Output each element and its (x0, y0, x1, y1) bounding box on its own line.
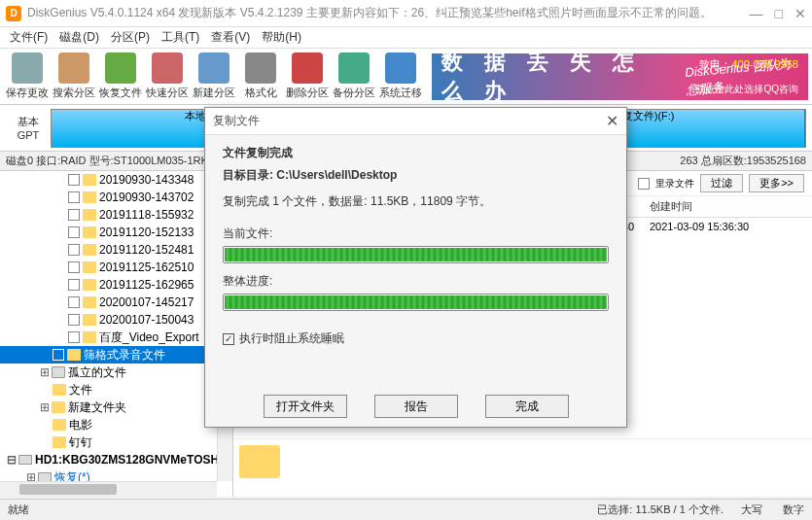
expand-icon[interactable]: ⊞ (39, 365, 50, 379)
app-icon: D (6, 6, 21, 21)
toolbar: 保存更改 搜索分区 恢复文件 快速分区 新建分区 格式化 删除分区 备份分区 系… (0, 49, 812, 105)
folder-icon (83, 331, 96, 343)
tree-folder[interactable]: 20190930-143348 (0, 171, 232, 189)
menubar: 文件(F) 磁盘(D) 分区(P) 工具(T) 查看(V) 帮助(H) (0, 27, 812, 49)
search-icon (58, 52, 89, 84)
tbtn-delete-partition[interactable]: 删除分区 (284, 52, 331, 100)
menu-tools[interactable]: 工具(T) (156, 27, 205, 48)
checkbox[interactable] (68, 244, 80, 256)
tree-folder-selected[interactable]: 筛格式录音文件 (0, 346, 232, 364)
tree-item[interactable]: ⊞新建文件夹 (0, 399, 232, 416)
close-button[interactable]: ✕ (794, 6, 806, 21)
checkbox[interactable] (68, 226, 80, 238)
prevent-sleep-checkbox[interactable]: ✓ (223, 333, 234, 345)
status-selected: 已选择: 11.5KB / 1 个文件. (597, 503, 724, 517)
collapse-icon[interactable]: ⊟ (6, 453, 17, 467)
preview-area (233, 438, 812, 497)
tree-item[interactable]: ⊞孤立的文件 (0, 364, 232, 381)
tree-folder[interactable]: 20191120-152133 (0, 224, 232, 241)
folder-icon (83, 226, 96, 238)
copy-complete-heading: 文件复制完成 (223, 145, 609, 161)
open-folder-button[interactable]: 打开文件夹 (264, 395, 347, 418)
status-caps: 大写 (741, 503, 762, 515)
tree-folder[interactable]: 20191120-152481 (0, 241, 232, 259)
tbtn-quick-partition[interactable]: 快速分区 (144, 52, 191, 100)
banner-qq: 或点击此处选择QQ咨询 (695, 83, 798, 96)
checkbox[interactable] (68, 174, 80, 186)
tree-item[interactable]: 文件 (0, 381, 232, 399)
banner[interactable]: 数 据 丢 失 怎 么 办 DiskGenius 团队为您服务 致电：400-0… (432, 53, 808, 100)
checkbox[interactable] (53, 349, 64, 361)
tree-folder[interactable]: 20190930-143702 (0, 189, 232, 206)
checkbox[interactable] (68, 314, 80, 326)
filter-checkbox[interactable] (638, 178, 650, 190)
expand-icon[interactable]: ⊞ (39, 400, 50, 414)
folder-icon (83, 174, 96, 186)
prevent-sleep-row[interactable]: ✓ 执行时阻止系统睡眠 (223, 330, 609, 347)
dialog-footer: 打开文件夹 报告 完成 (205, 386, 626, 427)
filter-button[interactable]: 过滤 (700, 174, 743, 192)
menu-partition[interactable]: 分区(P) (105, 27, 156, 48)
copy-stats: 复制完成 1 个文件，数据量: 11.5KB，11809 字节。 (223, 193, 609, 210)
current-file-progress (223, 246, 609, 263)
target-dir: 目标目录: C:\Users\dell\Desktop (223, 167, 609, 184)
dialog-title: 复制文件 (213, 113, 260, 129)
folder-icon (52, 401, 65, 413)
dialog-titlebar[interactable]: 复制文件 ✕ (205, 108, 626, 135)
tree-folder[interactable]: 20191125-162510 (0, 259, 232, 276)
minimize-button[interactable]: — (750, 6, 763, 21)
menu-file[interactable]: 文件(F) (4, 27, 53, 48)
tbtn-new-partition[interactable]: 新建分区 (191, 52, 237, 100)
tbtn-migrate[interactable]: 系统迁移 (377, 52, 424, 100)
disk-info-right: 263 总扇区数:1953525168 (680, 154, 806, 168)
tree-folder[interactable]: 20191125-162965 (0, 276, 232, 294)
checkbox[interactable] (68, 261, 80, 273)
folder-preview-icon[interactable] (239, 445, 280, 478)
checkbox[interactable] (68, 191, 80, 203)
tree-hscrollbar[interactable] (0, 481, 217, 497)
scrollbar-thumb[interactable] (19, 484, 117, 495)
dialog-body: 文件复制完成 目标目录: C:\Users\dell\Desktop 复制完成 … (205, 135, 626, 386)
delete-icon (292, 52, 323, 84)
progress-fill (225, 295, 607, 309)
tree-folder[interactable]: 20200107-145217 (0, 294, 232, 311)
tree-item[interactable]: 钉钉 (0, 433, 232, 451)
menu-help[interactable]: 帮助(H) (256, 27, 307, 48)
checkbox[interactable] (68, 209, 80, 221)
disk-icon (18, 455, 32, 465)
folder-icon (83, 296, 96, 308)
titlebar: D DiskGenius V5.4.0.1124 x64 发现新版本 V5.4.… (0, 0, 812, 27)
report-button[interactable]: 报告 (374, 395, 458, 418)
tree-folder[interactable]: 百度_Video_Export (0, 329, 232, 346)
more-button[interactable]: 更多>> (749, 174, 804, 192)
checkbox[interactable] (68, 296, 80, 308)
maximize-button[interactable]: □ (775, 6, 783, 21)
window-title: DiskGenius V5.4.0.1124 x64 发现新版本 V5.4.2.… (27, 5, 750, 21)
filter-label: 里录文件 (655, 179, 694, 189)
tbtn-recover[interactable]: 恢复文件 (97, 52, 144, 100)
statusbar: 就绪 已选择: 11.5KB / 1 个文件. 大写 数字 (0, 499, 812, 520)
folder-icon (83, 261, 96, 273)
tree-folder[interactable]: 20200107-150043 (0, 311, 232, 329)
tbtn-save[interactable]: 保存更改 (4, 52, 51, 100)
dialog-close-button[interactable]: ✕ (606, 112, 618, 130)
menu-view[interactable]: 查看(V) (205, 27, 256, 48)
menu-disk[interactable]: 磁盘(D) (53, 27, 105, 48)
checkbox[interactable] (68, 331, 80, 343)
folder-tree[interactable]: 20190930-143348 20190930-143702 20191118… (0, 171, 233, 497)
folder-icon (53, 419, 66, 431)
copy-dialog: 复制文件 ✕ 文件复制完成 目标目录: C:\Users\dell\Deskto… (204, 107, 627, 428)
current-file-label: 当前文件: (223, 225, 609, 242)
tree-folder[interactable]: 20191118-155932 (0, 206, 232, 224)
tbtn-search-partition[interactable]: 搜索分区 (51, 52, 97, 100)
folder-icon (53, 436, 66, 448)
tbtn-backup-partition[interactable]: 备份分区 (331, 52, 377, 100)
tree-item[interactable]: 电影 (0, 416, 232, 433)
progress-fill (225, 248, 607, 261)
migrate-icon (385, 52, 416, 84)
col-create[interactable]: 创建时间 (642, 199, 700, 214)
tbtn-format[interactable]: 格式化 (237, 52, 284, 100)
done-button[interactable]: 完成 (485, 395, 569, 418)
tree-disk[interactable]: ⊟HD1:KBG30ZMS128GNVMeTOSH (0, 451, 232, 468)
checkbox[interactable] (68, 279, 80, 291)
